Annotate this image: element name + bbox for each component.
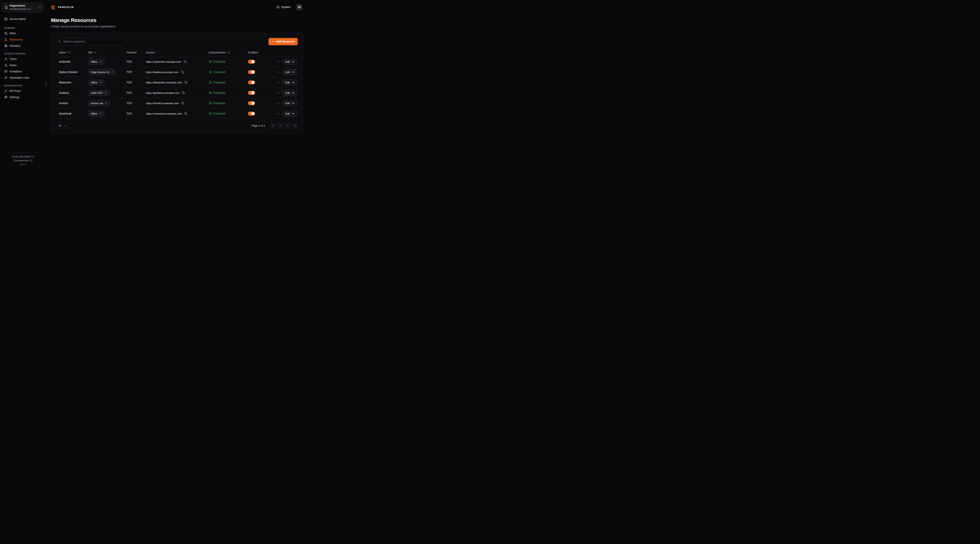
copy-url-button[interactable] xyxy=(180,70,185,74)
access-cell: https://nextcloud.example.com xyxy=(143,112,205,116)
copy-url-button[interactable] xyxy=(181,91,185,95)
sidebar-item-roles[interactable]: Roles xyxy=(3,62,43,68)
copy-url-button[interactable] xyxy=(183,60,187,63)
edit-button[interactable]: Edit xyxy=(282,100,298,106)
edit-button[interactable]: Edit xyxy=(282,59,298,65)
chevron-right-icon xyxy=(286,124,289,127)
authentication-label: Protected xyxy=(213,70,225,74)
authentication-status: Protected xyxy=(205,91,245,94)
enabled-toggle[interactable] xyxy=(248,101,255,105)
sidebar-item-server-admin[interactable]: Server Admin xyxy=(3,16,43,22)
access-url: https://authentik.example.com xyxy=(146,60,181,63)
enabled-toggle[interactable] xyxy=(248,112,255,116)
sidebar: Organization milo@fossorial.io's ... Ser… xyxy=(0,0,46,168)
edit-button[interactable]: Edit xyxy=(282,79,298,86)
toggle-knob xyxy=(251,70,255,74)
previous-page-button[interactable] xyxy=(278,123,283,128)
org-picker[interactable]: Organization milo@fossorial.io's ... xyxy=(3,3,43,12)
page-title: Manage Resources xyxy=(51,17,302,23)
column-header-authentication[interactable]: Authentication xyxy=(205,51,245,54)
access-cell: https://grafana.example.com xyxy=(143,91,205,95)
edit-button[interactable]: Edit xyxy=(282,69,298,75)
last-page-button[interactable] xyxy=(292,123,298,128)
sidebar-item-settings[interactable]: Settings xyxy=(3,94,43,100)
row-menu-button[interactable] xyxy=(275,90,280,95)
main-content: PANGOLIN System M Manage Resources Creat… xyxy=(46,0,307,168)
sidebar-item-label: Settings xyxy=(10,95,20,99)
external-link-icon xyxy=(105,92,107,94)
site-link-button[interactable]: Office xyxy=(88,111,105,117)
gear-icon xyxy=(4,95,8,99)
add-resource-button[interactable]: Add Resource xyxy=(269,38,298,45)
site-link-button[interactable]: Edge Device 01 xyxy=(88,69,116,75)
page-size-value: 20 xyxy=(59,124,61,127)
table-header: Name Site Protocol Access xyxy=(56,48,298,57)
chevrons-right-icon xyxy=(294,124,296,127)
authentication-label: Protected xyxy=(213,81,225,84)
search-wrap xyxy=(56,38,126,45)
enabled-cell xyxy=(245,91,272,95)
access-url: https://immich.example.com xyxy=(146,102,179,105)
authentication-status: Protected xyxy=(205,81,245,84)
enabled-cell xyxy=(245,112,272,116)
enabled-toggle[interactable] xyxy=(248,70,255,74)
site-cell: Office xyxy=(85,79,123,86)
row-menu-button[interactable] xyxy=(275,80,280,85)
page-size-select[interactable]: 20 xyxy=(56,122,68,128)
sidebar-item-domains[interactable]: Domains xyxy=(3,43,43,49)
sidebar-item-users[interactable]: Users xyxy=(3,56,43,62)
copy-url-button[interactable] xyxy=(181,101,185,105)
edit-button[interactable]: Edit xyxy=(282,111,298,117)
key-icon xyxy=(4,89,8,92)
resource-name: Nextcloud xyxy=(56,112,85,115)
arrow-right-icon xyxy=(292,81,294,84)
enabled-toggle[interactable] xyxy=(248,60,255,63)
avatar[interactable]: M xyxy=(296,4,302,10)
edit-label: Edit xyxy=(285,92,290,94)
column-header-name[interactable]: Name xyxy=(56,51,85,54)
row-actions: Edit xyxy=(272,100,298,106)
site-link-button[interactable]: Office xyxy=(88,79,105,86)
sidebar-item-sites[interactable]: Sites xyxy=(3,30,43,36)
access-cell: https://battery.example.com xyxy=(143,70,205,74)
site-link-button[interactable]: Home Lab xyxy=(88,100,110,106)
community-edition-link[interactable]: Community Edition xyxy=(0,155,46,159)
edit-button[interactable]: Edit xyxy=(282,90,298,96)
site-link-button[interactable]: AWS VPC xyxy=(88,90,110,96)
copy-url-button[interactable] xyxy=(184,81,188,84)
sidebar-item-api-keys[interactable]: API Keys xyxy=(3,88,43,94)
edit-label: Edit xyxy=(285,102,290,105)
row-menu-button[interactable] xyxy=(275,101,280,105)
copy-icon xyxy=(182,91,185,94)
external-link-icon xyxy=(32,155,35,158)
column-header-site[interactable]: Site xyxy=(85,51,123,54)
row-menu-button[interactable] xyxy=(275,111,280,116)
theme-selector[interactable]: System xyxy=(275,5,292,9)
avatar-initial: M xyxy=(298,5,301,9)
row-menu-button[interactable] xyxy=(275,60,280,64)
sidebar-item-invitations[interactable]: Invitations xyxy=(3,68,43,75)
sidebar-item-resources[interactable]: Resources xyxy=(3,36,43,43)
next-page-button[interactable] xyxy=(285,123,291,128)
sidebar-resize-handle[interactable] xyxy=(46,82,46,87)
documentation-link[interactable]: Documentation xyxy=(0,159,46,163)
column-header-access: Access xyxy=(143,51,205,54)
search-input[interactable] xyxy=(56,38,126,45)
authentication-label: Protected xyxy=(213,60,225,63)
org-picker-subtitle: milo@fossorial.io's ... xyxy=(10,8,37,11)
first-page-button[interactable] xyxy=(270,123,276,128)
site-link-button[interactable]: Office xyxy=(88,59,105,65)
resource-table-body: Authentik Office TCP https://authentik.e… xyxy=(56,57,298,119)
access-url: https://nextcloud.example.com xyxy=(146,112,182,115)
sidebar-item-shareable-links[interactable]: Shareable Links xyxy=(3,75,43,81)
org-picker-title: Organization xyxy=(10,4,37,8)
enabled-toggle[interactable] xyxy=(248,81,255,84)
enabled-toggle[interactable] xyxy=(248,91,255,95)
copy-url-button[interactable] xyxy=(184,112,188,116)
shield-check-icon xyxy=(209,112,212,115)
copy-icon xyxy=(184,112,188,115)
chevrons-left-icon xyxy=(272,124,275,127)
row-menu-button[interactable] xyxy=(275,70,280,74)
site-name: Edge Device 01 xyxy=(91,71,109,74)
authentication-status: Protected xyxy=(205,112,245,115)
